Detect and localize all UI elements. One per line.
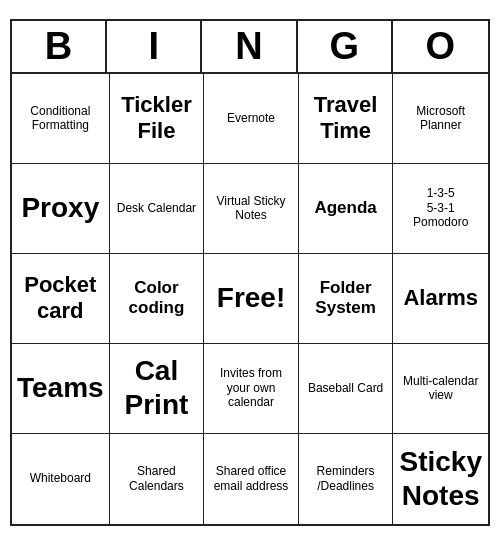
cell-text: Conditional Formatting <box>17 104 104 133</box>
bingo-cell: Shared Calendars <box>110 434 205 524</box>
header-letter: N <box>202 21 297 72</box>
cell-text: Proxy <box>21 191 99 225</box>
cell-text: Alarms <box>403 285 478 311</box>
cell-text: Whiteboard <box>30 471 91 485</box>
cell-text: Tickler File <box>115 92 199 145</box>
cell-text: Travel Time <box>304 92 388 145</box>
bingo-cell: Alarms <box>393 254 488 344</box>
bingo-cell: Color coding <box>110 254 205 344</box>
bingo-cell: Baseball Card <box>299 344 394 434</box>
bingo-card: BINGO Conditional FormattingTickler File… <box>10 19 490 526</box>
header-letter: G <box>298 21 393 72</box>
bingo-cell: Whiteboard <box>12 434 110 524</box>
bingo-cell: Multi-calendar view <box>393 344 488 434</box>
bingo-cell: Travel Time <box>299 74 394 164</box>
bingo-cell: Shared office email address <box>204 434 299 524</box>
bingo-cell: Proxy <box>12 164 110 254</box>
bingo-cell: Teams <box>12 344 110 434</box>
header-letter: O <box>393 21 488 72</box>
cell-text: Teams <box>17 371 104 405</box>
bingo-cell: Sticky Notes <box>393 434 488 524</box>
cell-text: Color coding <box>115 278 199 319</box>
cell-text: Folder System <box>304 278 388 319</box>
bingo-header: BINGO <box>12 21 488 74</box>
bingo-grid: Conditional FormattingTickler FileEverno… <box>12 74 488 524</box>
cell-text: Multi-calendar view <box>398 374 483 403</box>
cell-text: Virtual Sticky Notes <box>209 194 293 223</box>
cell-text: Cal Print <box>115 354 199 421</box>
cell-text: Pocket card <box>17 272 104 325</box>
cell-text: Agenda <box>314 198 376 218</box>
cell-text: Baseball Card <box>308 381 383 395</box>
cell-text: 1-3-5 5-3-1 Pomodoro <box>413 186 468 229</box>
bingo-cell: Evernote <box>204 74 299 164</box>
cell-text: Desk Calendar <box>117 201 196 215</box>
cell-text: Microsoft Planner <box>398 104 483 133</box>
bingo-cell: Folder System <box>299 254 394 344</box>
bingo-cell: Free! <box>204 254 299 344</box>
cell-text: Evernote <box>227 111 275 125</box>
bingo-cell: 1-3-5 5-3-1 Pomodoro <box>393 164 488 254</box>
header-letter: I <box>107 21 202 72</box>
bingo-cell: Agenda <box>299 164 394 254</box>
bingo-cell: Reminders /Deadlines <box>299 434 394 524</box>
bingo-cell: Virtual Sticky Notes <box>204 164 299 254</box>
bingo-cell: Tickler File <box>110 74 205 164</box>
cell-text: Shared Calendars <box>115 464 199 493</box>
cell-text: Reminders /Deadlines <box>304 464 388 493</box>
cell-text: Shared office email address <box>209 464 293 493</box>
bingo-cell: Microsoft Planner <box>393 74 488 164</box>
bingo-cell: Desk Calendar <box>110 164 205 254</box>
header-letter: B <box>12 21 107 72</box>
bingo-cell: Conditional Formatting <box>12 74 110 164</box>
bingo-cell: Pocket card <box>12 254 110 344</box>
bingo-cell: Cal Print <box>110 344 205 434</box>
bingo-cell: Invites from your own calendar <box>204 344 299 434</box>
cell-text: Sticky Notes <box>398 445 483 512</box>
cell-text: Invites from your own calendar <box>209 366 293 409</box>
cell-text: Free! <box>217 281 285 315</box>
